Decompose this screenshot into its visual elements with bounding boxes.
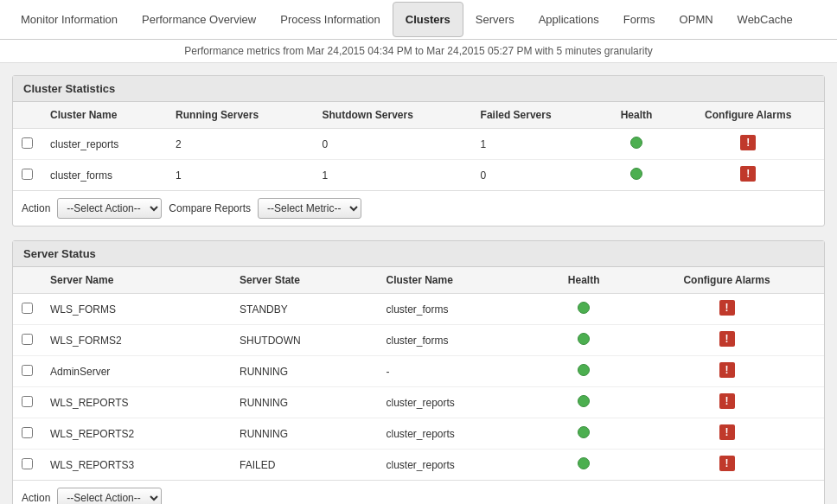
health-dot-icon xyxy=(630,168,642,180)
cluster-row-failed: 0 xyxy=(472,160,601,191)
cluster-row-shutdown: 0 xyxy=(314,129,472,160)
server-row-alarm[interactable] xyxy=(629,356,824,387)
server-row-name: WLS_FORMS2 xyxy=(42,325,231,356)
nav-item-servers[interactable]: Servers xyxy=(463,3,527,36)
health-dot-icon xyxy=(578,364,590,376)
server-row-cluster: cluster_reports xyxy=(377,418,538,450)
server-row-state: RUNNING xyxy=(231,418,377,450)
cluster-col-health: Health xyxy=(601,102,673,129)
alarm-icon[interactable] xyxy=(719,393,735,409)
server-row-checkbox[interactable] xyxy=(13,418,42,450)
server-status-body: Server Name Server State Cluster Name He… xyxy=(13,267,824,504)
server-row-name: WLS_FORMS xyxy=(42,294,231,325)
server-row-health xyxy=(538,387,629,418)
cluster-row-health xyxy=(601,160,673,191)
server-row-alarm[interactable] xyxy=(629,450,824,481)
server-row-checkbox[interactable] xyxy=(13,294,42,325)
alarm-icon[interactable] xyxy=(740,166,756,182)
server-action-bar: Action --Select Action-- xyxy=(13,480,824,504)
cluster-row-alarm[interactable] xyxy=(672,129,824,160)
cluster-action-select[interactable]: --Select Action-- xyxy=(57,198,162,219)
server-status-panel: Server Status Server Name Server State C… xyxy=(12,240,825,504)
cluster-col-running: Running Servers xyxy=(167,102,313,129)
cluster-action-label: Action xyxy=(22,202,50,214)
cluster-row-checkbox[interactable] xyxy=(13,160,42,191)
server-row-cluster: cluster_reports xyxy=(377,450,538,481)
server-row-alarm[interactable] xyxy=(629,418,824,450)
server-col-state: Server State xyxy=(231,267,377,294)
nav-item-monitor[interactable]: Monitor Information xyxy=(9,3,130,36)
alarm-icon[interactable] xyxy=(719,300,735,316)
alarm-icon[interactable] xyxy=(719,456,735,471)
cluster-row-name: cluster_reports xyxy=(42,129,167,160)
server-row-state: SHUTDOWN xyxy=(231,325,377,356)
server-row-cluster: cluster_reports xyxy=(377,387,538,418)
alarm-icon[interactable] xyxy=(719,362,735,378)
nav-item-performance[interactable]: Performance Overview xyxy=(130,3,268,36)
compare-metric-select[interactable]: --Select Metric-- xyxy=(258,198,361,219)
server-action-select[interactable]: --Select Action-- xyxy=(57,488,162,504)
server-row-state: FAILED xyxy=(231,450,377,481)
server-status-table: Server Name Server State Cluster Name He… xyxy=(13,267,824,480)
server-row-name: AdminServer xyxy=(42,356,231,387)
server-row-name: WLS_REPORTS2 xyxy=(42,418,231,450)
cluster-statistics-table: Cluster Name Running Servers Shutdown Se… xyxy=(13,102,824,190)
cluster-row-health xyxy=(601,129,673,160)
server-table-header-row: Server Name Server State Cluster Name He… xyxy=(13,267,824,294)
cluster-statistics-panel: Cluster Statistics Cluster Name Running … xyxy=(12,75,825,226)
cluster-col-failed: Failed Servers xyxy=(472,102,601,129)
server-row-cluster: cluster_forms xyxy=(377,325,538,356)
cluster-statistics-body: Cluster Name Running Servers Shutdown Se… xyxy=(13,102,824,226)
cluster-col-shutdown: Shutdown Servers xyxy=(314,102,472,129)
server-row-checkbox[interactable] xyxy=(13,356,42,387)
alarm-icon[interactable] xyxy=(719,331,735,347)
nav-item-clusters[interactable]: Clusters xyxy=(393,2,463,37)
server-row-cluster: - xyxy=(377,356,538,387)
server-col-alarms: Configure Alarms xyxy=(629,267,824,294)
cluster-row-name: cluster_forms xyxy=(42,160,167,191)
cluster-row-running: 1 xyxy=(167,160,313,191)
server-row-name: WLS_REPORTS3 xyxy=(42,450,231,481)
cluster-row-checkbox[interactable] xyxy=(13,129,42,160)
server-header-checkbox xyxy=(13,267,42,294)
health-dot-icon xyxy=(630,137,642,149)
nav-item-opmn[interactable]: OPMN xyxy=(668,3,725,36)
nav-item-webcache[interactable]: WebCache xyxy=(725,3,805,36)
server-row-health xyxy=(538,418,629,450)
server-row-alarm[interactable] xyxy=(629,294,824,325)
server-row-checkbox[interactable] xyxy=(13,450,42,481)
server-row-state: STANDBY xyxy=(231,294,377,325)
server-table-row: WLS_REPORTS2 RUNNING cluster_reports xyxy=(13,418,824,450)
navigation-bar: Monitor Information Performance Overview… xyxy=(0,0,837,40)
server-action-label: Action xyxy=(22,492,50,504)
main-content: Cluster Statistics Cluster Name Running … xyxy=(0,63,837,504)
server-table-row: AdminServer RUNNING - xyxy=(13,356,824,387)
cluster-action-bar: Action --Select Action-- Compare Reports… xyxy=(13,190,824,226)
server-row-checkbox[interactable] xyxy=(13,325,42,356)
nav-item-process[interactable]: Process Information xyxy=(268,3,393,36)
server-row-cluster: cluster_forms xyxy=(377,294,538,325)
server-row-health xyxy=(538,450,629,481)
cluster-row-alarm[interactable] xyxy=(672,160,824,191)
server-row-health xyxy=(538,356,629,387)
server-row-alarm[interactable] xyxy=(629,387,824,418)
subtitle-bar: Performance metrics from Mar 24,2015 04:… xyxy=(0,40,837,63)
server-row-alarm[interactable] xyxy=(629,325,824,356)
subtitle-text: Performance metrics from Mar 24,2015 04:… xyxy=(184,45,653,57)
server-row-health xyxy=(538,325,629,356)
alarm-icon[interactable] xyxy=(719,424,735,440)
server-table-row: WLS_FORMS STANDBY cluster_forms xyxy=(13,294,824,325)
cluster-col-name: Cluster Name xyxy=(42,102,167,129)
nav-item-forms[interactable]: Forms xyxy=(611,3,668,36)
health-dot-icon xyxy=(578,457,590,469)
cluster-table-header-row: Cluster Name Running Servers Shutdown Se… xyxy=(13,102,824,129)
server-row-health xyxy=(538,294,629,325)
nav-item-applications[interactable]: Applications xyxy=(527,3,611,36)
cluster-col-alarms: Configure Alarms xyxy=(672,102,824,129)
alarm-icon[interactable] xyxy=(740,135,756,150)
health-dot-icon xyxy=(578,333,590,345)
cluster-statistics-title: Cluster Statistics xyxy=(13,76,824,102)
server-row-checkbox[interactable] xyxy=(13,387,42,418)
health-dot-icon xyxy=(578,426,590,438)
cluster-row-failed: 1 xyxy=(472,129,601,160)
